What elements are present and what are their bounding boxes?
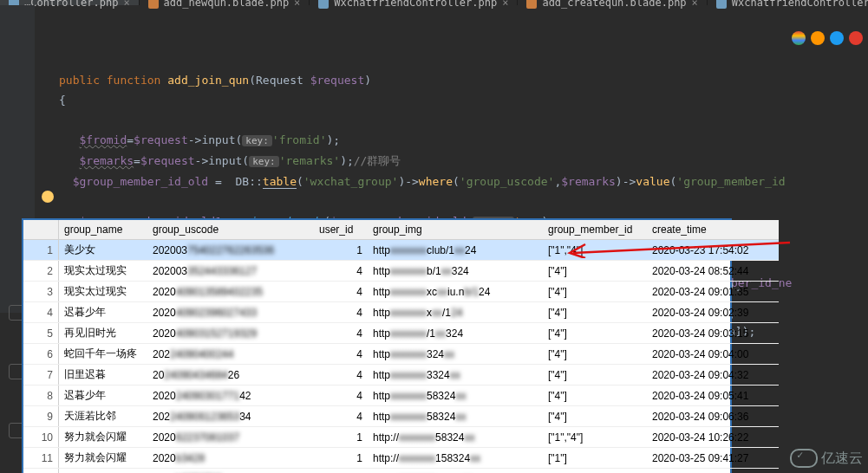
cell-group-member-id: ["1","4"] <box>543 240 647 261</box>
table-row[interactable]: 1美少女2020037540227622635361httpxxxxxxxclu… <box>23 240 779 261</box>
cell-create-time: 2020-03-24 09:04:00 <box>647 344 779 365</box>
cell-group-img: httpxxxxxxxb/1xx324 <box>368 261 543 282</box>
col-group-member-id[interactable]: group_member_id <box>543 220 647 240</box>
cell-rownum: 12 <box>23 469 59 474</box>
cell-group-uscode: 202003754022762263536 <box>147 240 314 261</box>
cell-group-img: httpxxxxxxx3324xx <box>368 365 543 386</box>
cell-rownum: 3 <box>23 282 59 302</box>
watermark-logo: 亿速云 <box>790 449 863 468</box>
cell-group-uscode: 202003352443336127 <box>147 261 314 282</box>
cell-user-id: 4 <box>314 282 368 302</box>
watermark-text: 亿速云 <box>821 450 863 468</box>
cell-group-uscode: 2020b3428 <box>147 448 314 469</box>
cell-group-name: 天涯若比邻 <box>59 406 148 427</box>
cell-group-uscode: 202040902396027433 <box>147 302 314 323</box>
table-row[interactable]: 9天涯若比邻202240906123653344httpxxxxxxx58324… <box>23 406 779 427</box>
cell-group-member-id: ["1","4"] <box>543 427 647 448</box>
col-group-name[interactable]: group_name <box>59 220 148 240</box>
cell-create-time: 2020-03-25 09:41:27 <box>647 448 779 469</box>
cell-rownum: 10 <box>23 427 59 448</box>
cell-create-time: 2020-03-24 09:06:36 <box>647 406 779 427</box>
cell-create-time: 2020-03-24 09:01:35 <box>647 282 779 302</box>
cell-user-id: 1 <box>314 427 368 448</box>
table-row[interactable]: 2现实太过现实2020033524433361274httpxxxxxxxb/1… <box>23 261 779 282</box>
cloud-icon <box>790 449 818 468</box>
db-result-grid: group_name group_uscode user_id group_im… <box>22 218 732 473</box>
cell-create-time: 2020-03-24 08:52:44 <box>647 261 779 282</box>
table-row[interactable]: 12再见旧时光2020b63587261http://xxxxxxxiu.nvl… <box>23 469 779 474</box>
cell-create-time: 2020-03-24 09:02:39 <box>647 302 779 323</box>
cell-group-uscode: 202062237081037 <box>147 427 314 448</box>
cell-group-name: 蛇回千年一场疼 <box>59 344 148 365</box>
result-table[interactable]: group_name group_uscode user_id group_im… <box>23 220 779 473</box>
cell-group-img: http://xxxxxxx158324xx <box>368 448 543 469</box>
table-row[interactable]: 11努力就会闪耀2020b34281http://xxxxxxx158324xx… <box>23 448 779 469</box>
cell-group-uscode: 202409043468426 <box>147 365 314 386</box>
col-group-img[interactable]: group_img <box>368 220 543 240</box>
table-row[interactable]: 10努力就会闪耀2020622370810371http://xxxxxxx58… <box>23 427 779 448</box>
cell-user-id: 4 <box>314 261 368 282</box>
cell-group-name: 现实太过现实 <box>59 261 148 282</box>
cell-user-id: 1 <box>314 469 368 474</box>
cell-group-name: 现实太过现实 <box>59 282 148 302</box>
cell-group-name: 再见旧时光 <box>59 469 148 474</box>
cell-rownum: 11 <box>23 448 59 469</box>
cell-create-time: 2020-03-24 10:26:22 <box>647 427 779 448</box>
cell-rownum: 4 <box>23 302 59 323</box>
col-group-uscode[interactable]: group_uscode <box>147 220 314 240</box>
cell-user-id: 1 <box>314 448 368 469</box>
cell-group-member-id: ["4"] <box>543 261 647 282</box>
cell-rownum: 2 <box>23 261 59 282</box>
table-row[interactable]: 4迟暮少年2020409023960274334httpxxxxxxxxxx/1… <box>23 302 779 323</box>
cell-group-img: http://xxxxxxx58324xx <box>368 427 543 448</box>
cell-group-img: httpxxxxxxx324xx <box>368 344 543 365</box>
cell-user-id: 4 <box>314 344 368 365</box>
cell-group-member-id: ["4"] <box>543 282 647 302</box>
table-row[interactable]: 6蛇回千年一场疼202240904002444httpxxxxxxx324xx[… <box>23 344 779 365</box>
table-row[interactable]: 3现实太过现实20204090135894022354httpxxxxxxxxc… <box>23 282 779 302</box>
cell-rownum: 1 <box>23 240 59 261</box>
cell-group-img: httpxxxxxxxxcxxiu.nb/124 <box>368 282 543 302</box>
cell-group-uscode: 20224090612365334 <box>147 406 314 427</box>
cell-group-member-id: ["4"] <box>543 323 647 344</box>
table-row[interactable]: 8迟暮少年202024090301771424httpxxxxxxx58324x… <box>23 386 779 406</box>
cell-group-uscode: 20224090400244 <box>147 344 314 365</box>
cell-group-member-id: ["4"] <box>543 344 647 365</box>
cell-group-member-id: ["4"] <box>543 365 647 386</box>
col-user-id[interactable]: user_id <box>314 220 368 240</box>
cell-group-uscode: 20202409030177142 <box>147 386 314 406</box>
intention-bulb-icon[interactable] <box>42 191 54 203</box>
cell-group-uscode: 202040903152719329 <box>147 323 314 344</box>
cell-user-id: 4 <box>314 323 368 344</box>
cell-group-name: 迟暮少年 <box>59 386 148 406</box>
cell-rownum: 8 <box>23 386 59 406</box>
cell-rownum: 5 <box>23 323 59 344</box>
cell-create-time: 2020-03-24 09:03:15 <box>647 323 779 344</box>
table-row[interactable]: 7旧里迟暮2024090434684264httpxxxxxxx3324xx["… <box>23 365 779 386</box>
cell-create-time: 2020-03-25 09:41:29 <box>647 469 779 474</box>
cell-group-name: 美少女 <box>59 240 148 261</box>
cell-group-member-id: ["1"] <box>543 448 647 469</box>
cell-create-time: 2020-03-24 09:05:41 <box>647 386 779 406</box>
col-create-time[interactable]: create_time <box>647 220 779 240</box>
cell-group-member-id: ["4"] <box>543 406 647 427</box>
cell-user-id: 4 <box>314 386 368 406</box>
cell-group-name: 努力就会闪耀 <box>59 448 148 469</box>
cell-rownum: 9 <box>23 406 59 427</box>
cell-rownum: 6 <box>23 344 59 365</box>
table-row[interactable]: 5再见旧时光2020409031527193294httpxxxxxxx/1xx… <box>23 323 779 344</box>
cell-group-uscode: 2020b6358726 <box>147 469 314 474</box>
cell-create-time: 2020-03-24 09:04:32 <box>647 365 779 386</box>
col-rownum[interactable] <box>23 220 59 240</box>
cell-group-name: 迟暮少年 <box>59 302 148 323</box>
cell-group-img: httpxxxxxxxclub/1xx24 <box>368 240 543 261</box>
cell-user-id: 4 <box>314 302 368 323</box>
cell-group-uscode: 2020409013589402235 <box>147 282 314 302</box>
cell-group-name: 再见旧时光 <box>59 323 148 344</box>
cell-group-img: httpxxxxxxxxxx/124 <box>368 302 543 323</box>
cell-group-name: 旧里迟暮 <box>59 365 148 386</box>
cell-group-member-id: ["1"] <box>543 469 647 474</box>
cell-group-img: httpxxxxxxx/1xx324 <box>368 323 543 344</box>
cell-group-name: 努力就会闪耀 <box>59 427 148 448</box>
cell-group-member-id: ["4"] <box>543 302 647 323</box>
